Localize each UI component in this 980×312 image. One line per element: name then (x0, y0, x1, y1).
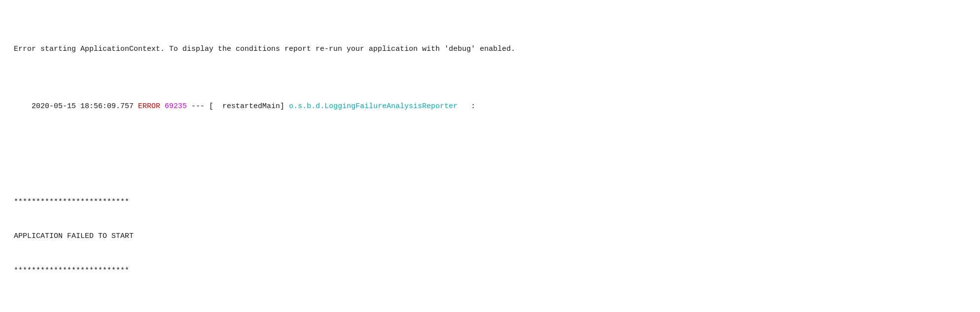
log-class: o.s.b.d.LoggingFailureAnalysisReporter (289, 102, 457, 111)
console-output: Error starting ApplicationContext. To di… (14, 9, 966, 312)
line-log-entry: 2020-05-15 18:56:09.757 ERROR 69235 --- … (14, 89, 966, 124)
log-separator: --- [ restartedMain] (187, 102, 289, 111)
log-colon: : (457, 102, 475, 111)
spacer-1 (14, 158, 966, 162)
log-timestamp: 2020-05-15 18:56:09.757 (32, 102, 138, 111)
log-error-label: ERROR (138, 102, 160, 111)
line-error-context: Error starting ApplicationContext. To di… (14, 43, 966, 55)
asterisks-top: ************************** (14, 196, 966, 208)
log-pid: 69235 (160, 102, 187, 111)
app-failed-label: APPLICATION FAILED TO START (14, 231, 966, 242)
asterisks-bottom: ************************** (14, 265, 966, 276)
